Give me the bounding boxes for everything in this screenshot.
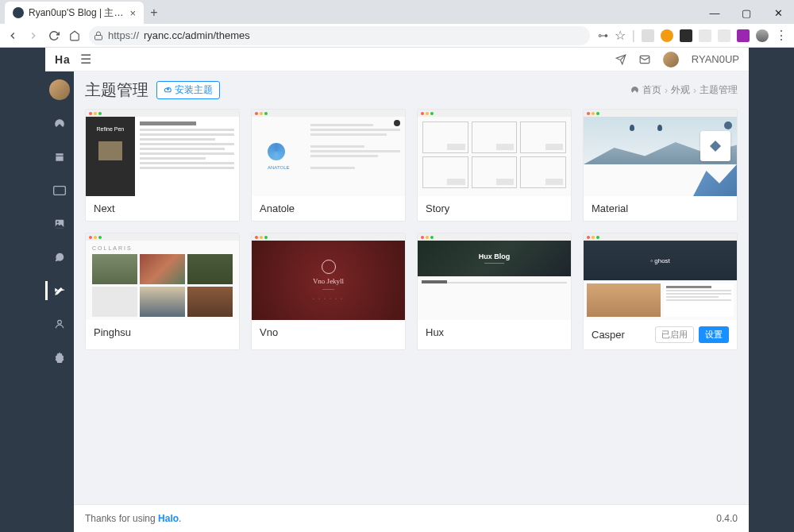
sidebar-avatar[interactable] — [49, 79, 70, 100]
sidebar-item-settings[interactable] — [45, 348, 74, 367]
theme-preview: Hux Blog————— — [418, 233, 571, 320]
install-theme-button[interactable]: 安装主题 — [156, 81, 220, 99]
brand-logo[interactable]: Ha — [55, 53, 71, 66]
theme-preview: Refine Pen — [86, 110, 239, 196]
new-tab-button[interactable]: + — [144, 2, 164, 24]
extension-icon[interactable] — [718, 29, 730, 42]
sidebar-item-media[interactable] — [45, 214, 74, 233]
theme-name: Story — [426, 202, 449, 214]
star-icon[interactable]: ☆ — [615, 28, 626, 43]
close-icon[interactable]: × — [129, 7, 136, 19]
browser-tab[interactable]: Ryan0up'S Blog | 主题管理 × — [5, 2, 144, 24]
send-icon[interactable] — [615, 54, 626, 65]
breadcrumb: 首页 › 外观 › 主题管理 — [630, 83, 738, 97]
topbar: Ha ☰ RYAN0UP — [45, 48, 749, 71]
theme-preview — [584, 110, 737, 196]
footer-thanks: Thanks for using Halo. — [85, 513, 181, 524]
profile-avatar-icon[interactable] — [756, 29, 769, 42]
favicon-icon — [13, 7, 24, 18]
app-inner: Ha ☰ RYAN0UP — [45, 48, 749, 532]
theme-card-active[interactable]: ◦ ghost Casper 已启用 设置 — [583, 233, 738, 350]
extension-icon[interactable] — [737, 29, 750, 42]
breadcrumb-home[interactable]: 首页 — [642, 83, 661, 97]
theme-preview — [418, 110, 571, 196]
svg-rect-0 — [95, 35, 102, 40]
theme-card[interactable]: Hux Blog————— Hux — [417, 233, 572, 350]
avatar[interactable] — [663, 52, 679, 67]
back-button[interactable] — [6, 29, 19, 42]
activated-badge: 已启用 — [655, 326, 694, 343]
url-protocol: https:// — [108, 29, 139, 41]
theme-name: Casper — [592, 329, 625, 341]
dashboard-icon — [630, 86, 639, 94]
version-label: 0.4.0 — [716, 513, 738, 524]
home-button[interactable] — [68, 29, 81, 42]
footer: Thanks for using Halo. 0.4.0 — [74, 504, 749, 532]
sidebar-item-posts[interactable] — [45, 148, 74, 167]
outer-gutter — [0, 48, 45, 532]
forward-button[interactable] — [27, 29, 40, 42]
theme-card[interactable]: ANATOLE Anatole — [251, 109, 406, 222]
page-title: 主题管理 — [85, 79, 148, 101]
theme-card[interactable]: Refine Pen Next — [85, 109, 240, 222]
extension-icon[interactable] — [680, 29, 692, 42]
address-bar[interactable]: https://ryanc.cc/admin/themes — [89, 26, 590, 45]
window-controls: — ▢ ✕ — [699, 2, 794, 24]
extension-icon[interactable] — [699, 29, 711, 42]
extension-icon[interactable] — [661, 29, 673, 42]
outer-gutter — [749, 48, 794, 532]
sidebar-item-dashboard[interactable] — [45, 114, 74, 133]
halo-link[interactable]: Halo — [158, 513, 179, 524]
theme-name: Hux — [426, 326, 444, 338]
mail-icon[interactable] — [639, 54, 650, 65]
theme-card[interactable]: Material — [583, 109, 738, 222]
theme-grid: Refine Pen Next ANATOLE Anatole — [74, 109, 749, 350]
theme-settings-button[interactable]: 设置 — [699, 326, 729, 343]
app-root: Ha ☰ RYAN0UP — [0, 48, 794, 532]
tab-title: Ryan0up'S Blog | 主题管理 — [29, 6, 125, 20]
breadcrumb-appearance[interactable]: 外观 — [671, 83, 690, 97]
cloud-upload-icon — [164, 86, 172, 94]
theme-name: Material — [592, 202, 628, 214]
key-icon[interactable]: ⊶ — [598, 29, 608, 41]
page-header: 主题管理 安装主题 首页 › 外观 › 主题管理 — [74, 71, 749, 109]
sidebar-item-pages[interactable] — [45, 181, 74, 200]
theme-name: Pinghsu — [94, 326, 131, 338]
sidebar — [45, 71, 74, 532]
hamburger-icon[interactable]: ☰ — [80, 52, 91, 67]
theme-name: Next — [94, 202, 115, 214]
theme-card[interactable]: COLLARIS Pinghsu — [85, 233, 240, 350]
username-label[interactable]: RYAN0UP — [692, 53, 739, 65]
lock-icon — [94, 31, 103, 40]
sidebar-item-appearance[interactable] — [45, 281, 74, 300]
extensions-row: ⊶ ☆ | ⋮ — [598, 28, 788, 43]
browser-toolbar: https://ryanc.cc/admin/themes ⊶ ☆ | ⋮ — [0, 24, 794, 48]
svg-point-7 — [58, 320, 62, 324]
theme-name: Vno — [260, 326, 278, 338]
extension-icon[interactable] — [642, 29, 654, 42]
breadcrumb-current: 主题管理 — [700, 83, 738, 97]
reload-button[interactable] — [48, 29, 60, 42]
svg-rect-4 — [54, 187, 66, 195]
sidebar-item-comments[interactable] — [45, 248, 74, 267]
minimize-button[interactable]: — — [699, 2, 730, 24]
theme-preview: ANATOLE — [252, 110, 405, 196]
maximize-button[interactable]: ▢ — [730, 2, 762, 24]
theme-card[interactable]: Story — [417, 109, 572, 222]
theme-preview: COLLARIS — [86, 233, 239, 320]
main-content: 主题管理 安装主题 首页 › 外观 › 主题管理 — [74, 71, 749, 532]
url-text: ryanc.cc/admin/themes — [144, 29, 250, 41]
body: 主题管理 安装主题 首页 › 外观 › 主题管理 — [45, 71, 749, 532]
browser-tab-strip: Ryan0up'S Blog | 主题管理 × + — ▢ ✕ — [0, 0, 794, 24]
theme-preview: ◦ ghost — [584, 233, 737, 320]
menu-icon[interactable]: ⋮ — [775, 28, 788, 43]
theme-card[interactable]: Vno Jekyll———◦ ◦ ◦ ◦ ◦ ◦ Vno — [251, 233, 406, 350]
close-window-button[interactable]: ✕ — [762, 2, 794, 24]
sidebar-item-users[interactable] — [45, 314, 74, 333]
theme-name: Anatole — [260, 202, 295, 214]
svg-point-6 — [57, 222, 59, 223]
theme-preview: Vno Jekyll———◦ ◦ ◦ ◦ ◦ ◦ — [252, 233, 405, 320]
install-theme-label: 安装主题 — [175, 83, 213, 97]
